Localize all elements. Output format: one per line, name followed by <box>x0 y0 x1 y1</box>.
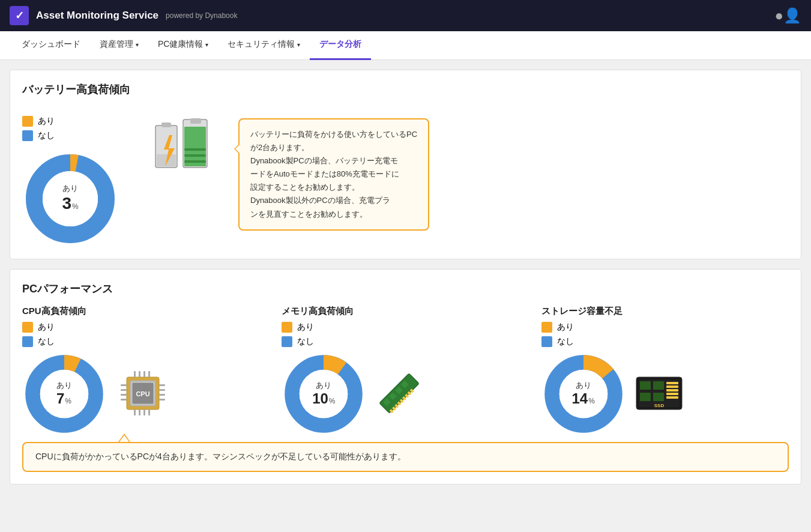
memory-legend-ari: あり <box>282 322 529 333</box>
memory-legend: あり なし <box>282 322 529 347</box>
main-content: バッテリー高負荷傾向 あり なし <box>0 60 811 504</box>
memory-title: メモリ高負荷傾向 <box>282 306 529 317</box>
nav-pc-health-chevron: ▾ <box>205 41 208 48</box>
svg-rect-23 <box>121 399 127 401</box>
battery-icon <box>154 118 208 184</box>
cpu-donut: あり 7 % <box>22 352 106 436</box>
svg-rect-22 <box>121 394 127 396</box>
storage-legend: あり なし <box>541 322 789 347</box>
bottom-callout: CPUに負荷がかかっているPCが4台あります。マシンスペックが不足している可能性… <box>22 442 789 472</box>
cpu-icon: CPU <box>116 366 170 420</box>
cpu-legend-ari: あり <box>22 322 270 333</box>
storage-legend-nashi: なし <box>541 336 789 347</box>
svg-rect-35 <box>148 410 150 416</box>
svg-rect-30 <box>143 371 145 377</box>
svg-rect-61 <box>653 393 664 401</box>
battery-callout-text: バッテリーに負荷をかける使い方をしているPCが2台あります。Dynabook製P… <box>250 130 417 219</box>
powered-by: powered by Dynabook <box>166 11 237 20</box>
ssd-icon-area: SSD <box>635 372 683 416</box>
ram-icon-area <box>375 369 423 419</box>
svg-rect-11 <box>184 154 206 157</box>
svg-rect-5 <box>157 154 176 166</box>
nav-security[interactable]: セキュリティ情報 ▾ <box>218 31 310 60</box>
nav-security-chevron: ▾ <box>297 41 300 48</box>
battery-legend-nashi: なし <box>22 130 55 141</box>
svg-rect-66 <box>666 396 678 399</box>
svg-rect-59 <box>653 381 664 390</box>
svg-rect-8 <box>190 118 201 124</box>
battery-donut-unit: % <box>72 202 79 211</box>
svg-rect-60 <box>640 393 651 401</box>
storage-chart-row: あり 14 % <box>541 352 789 436</box>
bottom-callout-container: CPUに負荷がかかっているPCが4台あります。マシンスペックが不足している可能性… <box>22 442 789 472</box>
app-title: Asset Monitoring Service <box>36 10 158 22</box>
cpu-title: CPU高負荷傾向 <box>22 306 270 317</box>
battery-callout: バッテリーに負荷をかける使い方をしているPCが2台あります。Dynabook製P… <box>238 118 429 231</box>
svg-rect-58 <box>640 381 651 390</box>
storage-legend-ari: あり <box>541 322 789 333</box>
logo-checkmark: ✓ <box>15 9 24 22</box>
memory-chart-row: あり 10 % <box>282 352 529 436</box>
cpu-chart-row: あり 7 % <box>22 352 270 436</box>
svg-rect-64 <box>666 389 678 391</box>
cpu-legend: あり なし <box>22 322 270 347</box>
battery-card: バッテリー高負荷傾向 あり なし <box>10 70 801 259</box>
svg-rect-10 <box>184 160 206 163</box>
storage-section: ストレージ容量不足 あり なし <box>541 306 789 436</box>
storage-donut-center: あり 14 % <box>571 381 594 407</box>
app-header: ✓ Asset Monitoring Service powered by Dy… <box>0 0 811 31</box>
bottom-callout-arrow <box>118 434 130 442</box>
svg-rect-20 <box>121 384 127 386</box>
nav-dashboard[interactable]: ダッシュボード <box>12 31 90 60</box>
svg-rect-34 <box>143 410 145 416</box>
bottom-callout-text: CPUに負荷がかかっているPCが4台あります。マシンスペックが不足している可能性… <box>35 452 406 461</box>
svg-text:CPU: CPU <box>136 390 149 397</box>
cpu-legend-nashi: なし <box>22 336 270 347</box>
svg-rect-32 <box>134 410 136 416</box>
user-icon[interactable]: ●👤 <box>775 7 802 24</box>
svg-rect-25 <box>159 389 165 391</box>
main-nav: ダッシュボード 資産管理 ▾ PC健康情報 ▾ セキュリティ情報 ▾ データ分析 <box>0 31 811 60</box>
performance-card: PCパフォーマンス CPU高負荷傾向 あり なし <box>10 269 801 485</box>
battery-donut-center: あり 3 % <box>62 184 78 213</box>
svg-rect-4 <box>161 122 171 127</box>
svg-rect-21 <box>121 389 127 391</box>
svg-text:SSD: SSD <box>654 403 664 408</box>
nav-asset[interactable]: 資産管理 ▾ <box>90 31 148 60</box>
battery-legend-ari: あり <box>22 116 55 127</box>
storage-donut: あり 14 % <box>541 352 626 436</box>
svg-rect-26 <box>159 394 165 396</box>
svg-rect-63 <box>666 385 678 388</box>
ssd-icon: SSD <box>635 372 683 414</box>
battery-donut-label: あり <box>62 184 78 193</box>
battery-callout-container: バッテリーに負荷をかける使い方をしているPCが2台あります。Dynabook製P… <box>238 118 429 231</box>
svg-rect-29 <box>139 371 140 377</box>
logo-box: ✓ <box>10 6 29 25</box>
nav-data-analysis[interactable]: データ分析 <box>310 31 371 60</box>
performance-charts-row: CPU高負荷傾向 あり なし <box>22 306 789 436</box>
nav-pc-health[interactable]: PC健康情報 ▾ <box>148 31 218 60</box>
cpu-section: CPU高負荷傾向 あり なし <box>22 306 270 436</box>
svg-rect-12 <box>184 148 206 151</box>
svg-rect-24 <box>159 384 165 386</box>
svg-rect-31 <box>148 371 150 377</box>
battery-donut-value: 3 <box>62 193 71 214</box>
memory-donut-center: あり 10 % <box>312 381 335 407</box>
battery-icon-area <box>154 118 208 184</box>
memory-section: メモリ高負荷傾向 あり なし <box>282 306 529 436</box>
svg-rect-28 <box>134 371 136 377</box>
header-left: ✓ Asset Monitoring Service powered by Dy… <box>10 6 237 25</box>
battery-title: バッテリー高負荷傾向 <box>22 82 130 97</box>
ram-icon <box>375 369 423 417</box>
cpu-donut-center: あり 7 % <box>56 381 72 407</box>
battery-donut: あり 3 % <box>22 151 118 247</box>
svg-rect-27 <box>159 399 165 401</box>
svg-rect-65 <box>666 393 678 395</box>
nav-asset-chevron: ▾ <box>136 41 139 48</box>
svg-rect-62 <box>666 382 678 384</box>
memory-donut: あり 10 % <box>282 352 366 436</box>
performance-title: PCパフォーマンス <box>22 282 789 296</box>
battery-legend-nashi-dot <box>22 130 33 141</box>
battery-legend: あり なし <box>22 116 55 141</box>
battery-legend-ari-dot <box>22 116 33 127</box>
